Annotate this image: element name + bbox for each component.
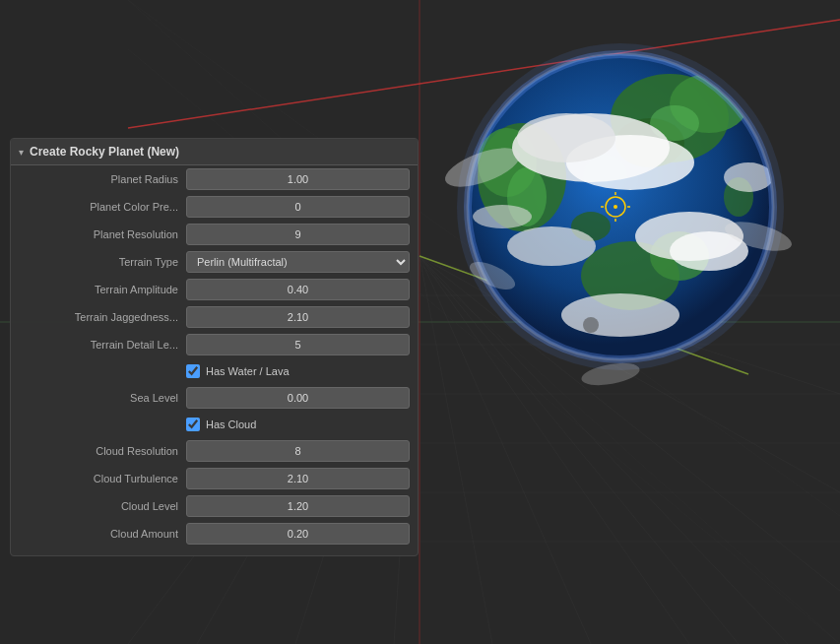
cloud-amount-input[interactable] xyxy=(186,523,410,545)
panel-header[interactable]: ▾ Create Rocky Planet (New) xyxy=(11,139,418,165)
terrain-type-row: Terrain Type Perlin (Multifractal) Simpl… xyxy=(11,248,418,276)
has-water-label: Has Water / Lava xyxy=(206,365,290,377)
has-cloud-checkbox[interactable] xyxy=(186,418,200,431)
terrain-detail-input[interactable] xyxy=(186,334,410,355)
cloud-amount-row: Cloud Amount xyxy=(11,520,418,547)
cloud-level-row: Cloud Level xyxy=(11,492,418,520)
terrain-jaggedness-input[interactable] xyxy=(186,306,410,328)
planet-color-row: Planet Color Pre... xyxy=(11,193,418,221)
cloud-resolution-input[interactable] xyxy=(186,440,410,462)
cloud-turbulence-input[interactable] xyxy=(186,468,410,489)
terrain-jaggedness-label: Terrain Jaggedness... xyxy=(19,311,186,323)
terrain-detail-row: Terrain Detail Le... xyxy=(11,331,418,358)
chevron-icon: ▾ xyxy=(19,147,24,158)
svg-point-63 xyxy=(614,205,617,209)
cloud-amount-label: Cloud Amount xyxy=(19,528,186,540)
terrain-amplitude-input[interactable] xyxy=(186,279,410,300)
panel-title: Create Rocky Planet (New) xyxy=(30,145,179,159)
terrain-jaggedness-row: Terrain Jaggedness... xyxy=(11,303,418,331)
terrain-amplitude-row: Terrain Amplitude xyxy=(11,276,418,303)
planet-resolution-input[interactable] xyxy=(186,224,410,245)
cloud-turbulence-label: Cloud Turbulence xyxy=(19,473,186,484)
has-cloud-label: Has Cloud xyxy=(206,419,256,430)
cloud-turbulence-row: Cloud Turbulence xyxy=(11,465,418,492)
svg-point-46 xyxy=(507,226,596,266)
cloud-resolution-row: Cloud Resolution xyxy=(11,437,418,465)
sea-level-label: Sea Level xyxy=(19,392,186,404)
planet-color-label: Planet Color Pre... xyxy=(19,201,186,213)
svg-point-47 xyxy=(561,293,679,337)
planet-radius-label: Planet Radius xyxy=(19,173,186,185)
svg-point-57 xyxy=(583,317,599,333)
svg-point-48 xyxy=(473,205,532,228)
has-water-row: Has Water / Lava xyxy=(11,358,418,384)
terrain-amplitude-label: Terrain Amplitude xyxy=(19,284,186,295)
planet-color-input[interactable] xyxy=(186,196,410,218)
has-water-checkbox[interactable] xyxy=(186,364,200,378)
planet-resolution-row: Planet Resolution xyxy=(11,221,418,248)
planet-radius-row: Planet Radius xyxy=(11,165,418,193)
cloud-level-label: Cloud Level xyxy=(19,500,186,512)
svg-point-43 xyxy=(517,113,615,162)
cloud-resolution-label: Cloud Resolution xyxy=(19,445,186,457)
properties-panel: ▾ Create Rocky Planet (New) Planet Radiu… xyxy=(10,138,419,556)
planet-resolution-label: Planet Resolution xyxy=(19,228,186,240)
sea-level-input[interactable] xyxy=(186,387,410,409)
terrain-detail-label: Terrain Detail Le... xyxy=(19,339,186,351)
terrain-type-select[interactable]: Perlin (Multifractal) Simplex Value xyxy=(186,251,410,273)
has-cloud-row: Has Cloud xyxy=(11,412,418,437)
cloud-level-input[interactable] xyxy=(186,495,410,517)
planet-radius-input[interactable] xyxy=(186,168,410,190)
sea-level-row: Sea Level xyxy=(11,384,418,412)
terrain-type-label: Terrain Type xyxy=(19,256,186,268)
